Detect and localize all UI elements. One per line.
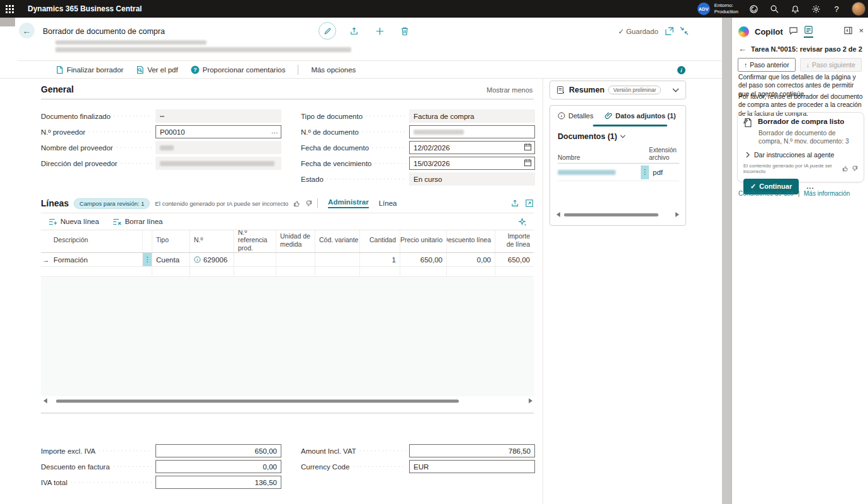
- document-row[interactable]: ⋮ pdf: [558, 164, 679, 181]
- back-button[interactable]: ←: [19, 23, 35, 38]
- more-actions-button[interactable]: ...: [806, 182, 814, 190]
- calendar-icon[interactable]: [524, 143, 532, 151]
- more-options-button[interactable]: Más opciones: [311, 66, 356, 74]
- scroll-left-arrow[interactable]: [43, 398, 47, 403]
- lookup-icon[interactable]: …: [271, 127, 279, 135]
- due-date-field[interactable]: 15/03/2026: [409, 157, 535, 170]
- open-in-new-icon[interactable]: [525, 199, 534, 208]
- tab-attachments[interactable]: Datos adjuntos (1): [605, 112, 676, 120]
- delete-button[interactable]: [400, 26, 409, 36]
- app-title[interactable]: Dynamics 365 Business Central: [28, 4, 142, 13]
- column-header[interactable]: Precio unitario: [400, 230, 447, 252]
- scroll-right-arrow[interactable]: [529, 398, 533, 403]
- show-less-link[interactable]: Mostrar menos: [487, 86, 533, 94]
- quick-entry-icon[interactable]: [518, 218, 526, 226]
- share-button[interactable]: [350, 26, 359, 36]
- row-options-button[interactable]: ⋮: [143, 253, 152, 266]
- app-launcher-icon[interactable]: [0, 0, 19, 18]
- vendor-no-field[interactable]: P00010 …: [155, 125, 281, 138]
- calendar-icon[interactable]: [524, 159, 532, 167]
- currency-code-field[interactable]: EUR: [409, 460, 535, 473]
- scrollbar-thumb[interactable]: [56, 400, 459, 403]
- description-cell[interactable]: Formación: [50, 253, 143, 266]
- finalize-draft-button[interactable]: Finalizar borrador: [55, 65, 123, 74]
- documents-horizontal-scrollbar[interactable]: [556, 211, 679, 218]
- next-step-button[interactable]: ↓ Paso siguiente: [800, 58, 862, 72]
- row-options-button[interactable]: ⋮: [641, 165, 649, 179]
- tasks-tab-icon[interactable]: [804, 25, 813, 38]
- environment-badge[interactable]: ADV: [697, 3, 710, 15]
- scroll-left-arrow[interactable]: [556, 212, 560, 217]
- review-fields-pill[interactable]: Campos para revisión: 1: [74, 198, 150, 209]
- view-pdf-button[interactable]: Ver el pdf: [136, 65, 178, 74]
- thumbs-up-icon[interactable]: [842, 165, 848, 172]
- edit-mode-button[interactable]: [318, 22, 336, 40]
- scroll-right-arrow[interactable]: [675, 212, 679, 217]
- type-cell[interactable]: Cuenta: [152, 253, 190, 266]
- tab-details[interactable]: Detalles: [558, 112, 594, 120]
- settings-icon[interactable]: [810, 3, 821, 14]
- doc-no-field[interactable]: [409, 125, 535, 138]
- column-header[interactable]: Cantidad: [360, 230, 400, 252]
- number-cell[interactable]: 629006: [190, 253, 234, 266]
- give-instructions-toggle[interactable]: Dar instrucciones al agente: [746, 151, 858, 159]
- search-icon[interactable]: [769, 3, 780, 14]
- grid-horizontal-scrollbar[interactable]: [41, 398, 534, 404]
- documents-group-title[interactable]: Documentos (1): [558, 132, 626, 141]
- invoice-discount-field[interactable]: 0,00: [155, 460, 281, 473]
- attachment-indicator-icon[interactable]: i: [677, 66, 685, 74]
- delete-line-button[interactable]: Borrar línea: [113, 218, 162, 226]
- unit-price-cell[interactable]: 650,00: [400, 253, 447, 266]
- column-header[interactable]: Extensión archivo: [649, 147, 679, 161]
- popout-window-icon[interactable]: [665, 26, 674, 36]
- new-document-button[interactable]: [375, 26, 385, 36]
- general-section-title[interactable]: General: [41, 84, 74, 94]
- user-avatar[interactable]: [852, 2, 865, 16]
- amount-excl-vat-field[interactable]: 650,00: [155, 444, 281, 457]
- learn-more-link[interactable]: Más información: [804, 190, 850, 197]
- line-amount-cell[interactable]: 650,00: [495, 253, 534, 266]
- copilot-icon[interactable]: [748, 3, 759, 14]
- help-icon[interactable]: ?: [831, 3, 842, 14]
- manage-menu-tab[interactable]: Administrar: [328, 198, 369, 208]
- line-discount-cell[interactable]: 0,00: [447, 253, 495, 266]
- notifications-icon[interactable]: [789, 3, 801, 14]
- lines-section-title[interactable]: Líneas: [41, 198, 69, 208]
- new-line-button[interactable]: Nueva línea: [48, 218, 99, 226]
- column-header[interactable]: N.º referencia prod.: [234, 230, 276, 252]
- summary-card[interactable]: Resumen Versión preliminar: [550, 81, 686, 99]
- close-icon[interactable]: ×: [859, 26, 864, 37]
- dock-pane-icon[interactable]: [843, 26, 853, 37]
- column-header[interactable]: Importe de línea: [495, 230, 534, 252]
- previous-step-button[interactable]: ↑ Paso anterior: [738, 58, 796, 72]
- column-header[interactable]: Descripción: [50, 230, 143, 252]
- empty-line-row[interactable]: [41, 267, 534, 277]
- thumbs-down-icon[interactable]: [852, 165, 858, 172]
- share-lines-icon[interactable]: [511, 199, 520, 208]
- variant-cell[interactable]: [315, 253, 360, 266]
- chat-tab-icon[interactable]: [789, 26, 798, 37]
- uom-cell[interactable]: [276, 253, 315, 266]
- pane-splitter[interactable]: [722, 18, 731, 504]
- thumbs-down-icon[interactable]: [305, 200, 312, 207]
- amount-incl-vat-field[interactable]: 786,50: [409, 444, 535, 457]
- line-menu-tab[interactable]: Línea: [379, 199, 397, 207]
- column-header[interactable]: N.º: [190, 230, 234, 252]
- feedback-button[interactable]: ? Proporcionar comentarios: [191, 65, 286, 74]
- terms-link[interactable]: Condiciones de uso: [738, 190, 794, 197]
- column-header[interactable]: Descuento línea: [447, 230, 495, 252]
- doc-date-field[interactable]: 12/02/2026: [409, 141, 535, 154]
- thumbs-up-icon[interactable]: [293, 200, 300, 207]
- column-header[interactable]: Unidad de medida: [276, 230, 315, 252]
- item-ref-cell[interactable]: [234, 253, 276, 266]
- scrollbar-thumb[interactable]: [564, 213, 658, 216]
- copilot-logo-icon: [738, 26, 749, 37]
- vat-total-field[interactable]: 136,50: [155, 476, 281, 489]
- line-row[interactable]: → Formación ⋮ Cuenta 629006 1 650,00 0,0…: [41, 253, 534, 267]
- column-header[interactable]: Nombre: [558, 154, 649, 161]
- collapse-icon[interactable]: [680, 26, 689, 35]
- back-arrow-icon[interactable]: ←: [738, 44, 747, 53]
- quantity-cell[interactable]: 1: [360, 253, 400, 266]
- column-header[interactable]: Tipo: [152, 230, 190, 252]
- column-header[interactable]: Cód. variante: [315, 230, 360, 252]
